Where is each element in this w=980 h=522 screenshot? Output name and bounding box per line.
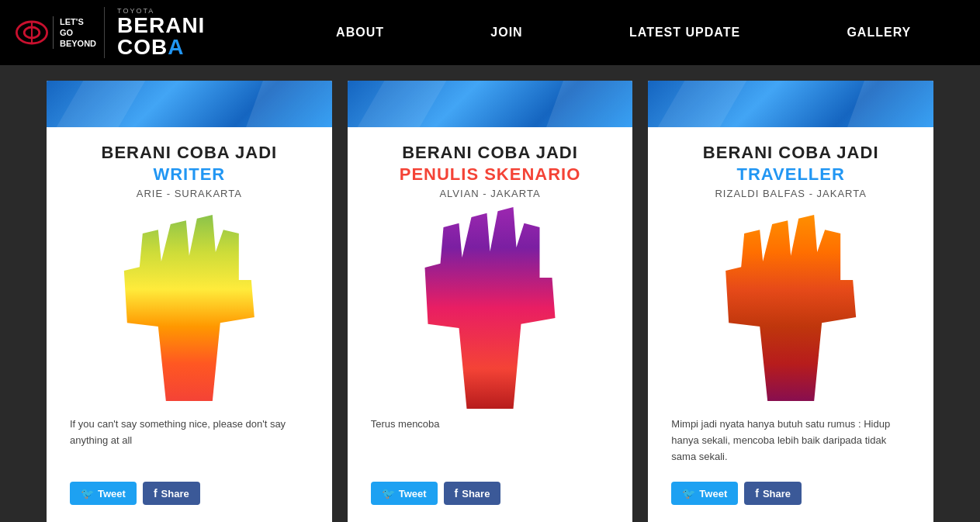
card-body-1: BERANI COBA JADI PENULIS SKENARIO ALVIAN… — [348, 127, 633, 522]
card-author-2: RIZALDI BALFAS - JAKARTA — [671, 188, 910, 199]
card-quote-1: Terus mencoba — [371, 417, 610, 465]
card-actions-1: 🐦 Tweet f Share — [371, 474, 610, 516]
card-banner-2 — [648, 81, 933, 127]
card-heading-0: BERANI COBA JADI — [70, 143, 309, 163]
card-quote-0: If you can't say something nice, please … — [70, 417, 309, 465]
card-author-1: ALVIAN - JAKARTA — [371, 188, 610, 199]
header: LET'SGOBEYOND TOYOTA BERANICOBA ABOUT JO… — [0, 0, 980, 65]
hand-shape-2 — [713, 215, 868, 401]
card-actions-2: 🐦 Tweet f Share — [671, 474, 910, 516]
main-nav: ABOUT JOIN LATEST UPDATE GALLERY — [282, 18, 964, 47]
card-hand-0 — [70, 207, 309, 409]
hand-shape-1 — [413, 207, 568, 409]
card-body-2: BERANI COBA JADI TRAVELLER RIZALDI BALFA… — [648, 127, 933, 522]
tweet-button-0[interactable]: 🐦 Tweet — [70, 482, 137, 505]
card-role-1: PENULIS SKENARIO — [371, 164, 610, 185]
card-banner-0 — [47, 81, 332, 127]
main-content: BERANI COBA JADI WRITER ARIE - SURAKARTA… — [0, 65, 980, 522]
nav-latest-update[interactable]: LATEST UPDATE — [614, 18, 756, 47]
logo-area: LET'SGOBEYOND TOYOTA BERANICOBA — [16, 7, 205, 58]
nav-join[interactable]: JOIN — [475, 18, 538, 47]
card-quote-2: Mimpi jadi nyata hanya butuh satu rumus … — [671, 417, 910, 465]
nav-gallery[interactable]: GALLERY — [831, 18, 926, 47]
twitter-icon-0: 🐦 — [81, 487, 94, 500]
card-banner-1 — [348, 81, 633, 127]
card-heading-2: BERANI COBA JADI — [671, 143, 910, 163]
twitter-icon-1: 🐦 — [382, 487, 395, 500]
share-button-0[interactable]: f Share — [143, 482, 200, 505]
card-actions-0: 🐦 Tweet f Share — [70, 474, 309, 516]
toyota-oval-icon — [16, 16, 48, 49]
card-role-0: WRITER — [70, 164, 309, 185]
nav-about[interactable]: ABOUT — [320, 18, 400, 47]
card-hand-1 — [371, 207, 610, 409]
twitter-icon-2: 🐦 — [682, 487, 695, 500]
card-heading-1: BERANI COBA JADI — [371, 143, 610, 163]
tweet-button-1[interactable]: 🐦 Tweet — [371, 482, 438, 505]
lets-go-text: LET'SGOBEYOND — [53, 16, 96, 50]
cards-container: BERANI COBA JADI WRITER ARIE - SURAKARTA… — [0, 81, 980, 522]
tweet-button-2[interactable]: 🐦 Tweet — [671, 482, 738, 505]
card-role-2: TRAVELLER — [671, 164, 910, 185]
share-button-1[interactable]: f Share — [444, 482, 501, 505]
card-author-0: ARIE - SURAKARTA — [70, 188, 309, 199]
share-button-2[interactable]: f Share — [744, 482, 802, 505]
hand-shape-0 — [112, 215, 267, 401]
card-body-0: BERANI COBA JADI WRITER ARIE - SURAKARTA… — [47, 127, 332, 522]
facebook-icon-0: f — [154, 487, 158, 500]
berani-logo: TOYOTA BERANICOBA — [104, 7, 205, 58]
card-2: BERANI COBA JADI TRAVELLER RIZALDI BALFA… — [648, 81, 933, 522]
facebook-icon-2: f — [755, 487, 759, 500]
facebook-icon-1: f — [455, 487, 459, 500]
berani-title: BERANICOBA — [117, 15, 205, 58]
card-1: BERANI COBA JADI PENULIS SKENARIO ALVIAN… — [348, 81, 633, 522]
toyota-logo: LET'SGOBEYOND — [16, 16, 96, 50]
card-hand-2 — [671, 207, 910, 409]
card-0: BERANI COBA JADI WRITER ARIE - SURAKARTA… — [47, 81, 332, 522]
